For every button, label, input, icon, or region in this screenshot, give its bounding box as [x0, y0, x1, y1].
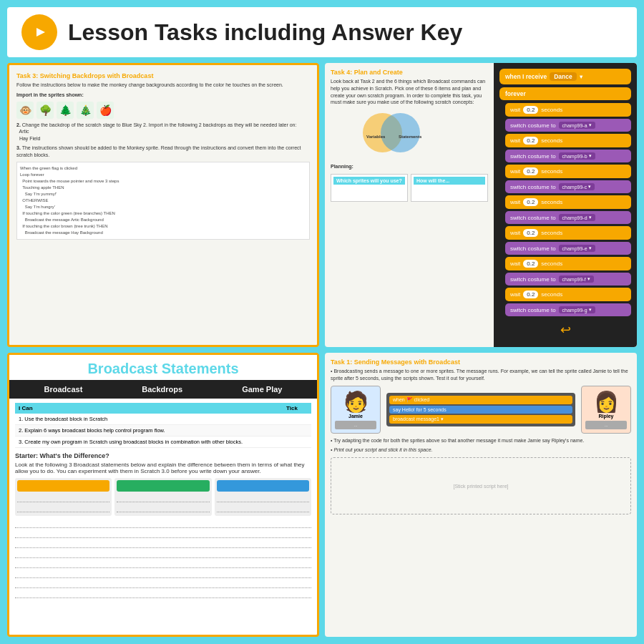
wait-label-2: wait	[510, 137, 520, 144]
task3-sprite-step: Import in the sprites shown:	[16, 92, 310, 99]
header-icon	[21, 14, 57, 50]
broadcast-block: broadcast message1 ▾	[389, 415, 572, 424]
seconds-label-7: seconds	[541, 291, 562, 298]
sprite-monkey: 🐵	[16, 102, 34, 119]
costume-block-g: switch costume to champ99-g ▾	[505, 303, 631, 316]
print-space: [Stick printed script here]	[331, 457, 631, 514]
costume-value-f: champ99-f ▾	[559, 275, 594, 283]
wait-value-2: 0.2	[523, 137, 538, 145]
wait-block-5: wait 0.2 seconds	[505, 226, 631, 240]
table-row: 1. Use the broadcast block in Scratch	[15, 414, 311, 425]
tab-backdrops[interactable]: Backdrops	[133, 383, 191, 396]
costume-value-d: champ99-d ▾	[559, 214, 595, 221]
task1-bullet3: • Print out your script and stick it in …	[331, 447, 631, 454]
line	[217, 494, 309, 502]
tick-cell-3	[283, 436, 311, 448]
speech-bubble-jamie: ...	[335, 421, 376, 429]
wait-block-6: wait 0.2 seconds	[505, 257, 631, 270]
line	[117, 504, 209, 512]
line	[117, 494, 209, 502]
sprite-demo-area: 🧑 Jamie ... when 🚩 clicked say Hello! fo…	[331, 386, 631, 434]
costume-value-g: champ99-g ▾	[559, 306, 595, 313]
task1-bullet1: • Broadcasting sends a message to one or…	[331, 368, 631, 382]
i-can-item-2: 2. Explain 6 ways broadcast blocks help …	[15, 425, 283, 436]
costume-block-f: switch costume to champ99-f ▾	[505, 273, 631, 286]
bc-header-1	[17, 480, 109, 492]
task3-title: Task 3: Switching Backdrops with Broadca…	[16, 72, 310, 79]
wait-block-7: wait 0.2 seconds	[505, 288, 631, 301]
task4-planning-label: Planning:	[331, 163, 488, 170]
script-block-mini: when 🚩 clicked say Hello! for 5 seconds …	[386, 393, 575, 426]
bc-col-1	[15, 478, 112, 516]
answer-line	[15, 570, 311, 578]
seconds-label-6: seconds	[541, 260, 562, 267]
seconds-label-1: seconds	[541, 107, 562, 113]
wait-label-5: wait	[510, 230, 520, 236]
dance-value: Dance	[550, 72, 577, 81]
answer-lines	[15, 519, 311, 598]
broadcast-tabs: Broadcast Backdrops Game Play	[9, 380, 317, 399]
when-receive-label: when I receive	[505, 73, 547, 80]
speech-bubble-ripley: ...	[585, 421, 627, 429]
scratch-blocks-panel: when I receive Dance ▾ forever wait 0.2 …	[494, 63, 637, 347]
table-row: 3. Create my own program in Scratch usin…	[15, 436, 311, 448]
script-mini-area: when 🚩 clicked say Hello! for 5 seconds …	[386, 386, 575, 434]
costume-label-b: switch costume to	[510, 153, 556, 160]
costume-value-c: champ99-c ▾	[559, 183, 595, 190]
wait-value-6: 0.2	[523, 260, 538, 268]
tab-gameplay[interactable]: Game Play	[233, 383, 291, 396]
i-can-item-1: 1. Use the broadcast block in Scratch	[15, 414, 283, 425]
planning-cell-2: How will the...	[411, 174, 488, 202]
wait-label-1: wait	[510, 107, 520, 113]
wait-value-3: 0.2	[523, 167, 538, 175]
task3-code-box: When the green flag is clicked Loop fore…	[16, 162, 310, 240]
tab-broadcast[interactable]: Broadcast	[36, 383, 92, 396]
broadcast-comparison	[15, 478, 311, 516]
answer-line	[15, 519, 311, 528]
i-can-item-3: 3. Create my own program in Scratch usin…	[15, 436, 283, 448]
costume-label-c: switch costume to	[510, 184, 556, 190]
content-area: Task 3: Switching Backdrops with Broadca…	[7, 63, 637, 637]
answer-line	[15, 530, 311, 538]
sprite-tree3: 🎄	[77, 102, 94, 119]
wait-label-4: wait	[510, 199, 520, 205]
seconds-label-2: seconds	[541, 137, 562, 144]
bc-header-3	[217, 480, 309, 492]
wait-label-3: wait	[510, 168, 520, 175]
when-flag-block: when 🚩 clicked	[389, 396, 572, 404]
costume-value-e: champ99-e ▾	[559, 245, 595, 252]
line	[17, 504, 109, 512]
sprite-name-ripley: Ripley	[585, 414, 627, 419]
costume-block-c: switch costume to champ99-c ▾	[505, 180, 631, 193]
seconds-label-3: seconds	[541, 168, 562, 175]
planning-grid: Which sprites will you use? How will the…	[331, 174, 488, 202]
answer-line	[15, 590, 311, 598]
forever-block: forever	[499, 87, 631, 100]
line	[217, 504, 309, 512]
card-task4: Task 4: Plan and Create Look back at Tas…	[325, 63, 637, 347]
task3-sprites: 🐵 🌳 🌲 🎄 🍎	[16, 102, 310, 119]
wait-value-4: 0.2	[523, 198, 538, 206]
costume-label-e: switch costume to	[510, 245, 556, 252]
costume-value-b: champ99-b ▾	[559, 152, 595, 160]
costume-label-g: switch costume to	[510, 307, 556, 313]
tick-cell-2	[283, 425, 311, 436]
i-can-col-header: I Can	[15, 403, 283, 414]
seconds-label-4: seconds	[541, 199, 562, 205]
sprite-card-jamie: 🧑 Jamie ...	[331, 386, 381, 434]
wait-block-2: wait 0.2 seconds	[505, 134, 631, 147]
wait-block-1: wait 0.2 seconds	[505, 103, 631, 117]
sprite-tree2: 🌲	[57, 102, 74, 119]
starter-title: Starter: What's the Difference?	[15, 452, 311, 459]
line	[17, 494, 109, 502]
costume-label-a: switch costume to	[510, 122, 556, 129]
sprite-name-jamie: Jamie	[335, 414, 376, 419]
card-task3: Task 3: Switching Backdrops with Broadca…	[7, 63, 319, 347]
answer-line	[15, 550, 311, 558]
wait-value-1: 0.2	[523, 106, 538, 114]
page-header: Lesson Tasks including Answer Key	[7, 7, 637, 57]
task1-title: Task 1: Sending Messages with Broadcast	[331, 358, 631, 366]
answer-line	[15, 540, 311, 548]
sprite-emoji-ripley: 👩	[585, 390, 627, 414]
curly-arrow-icon: ↩	[499, 322, 631, 338]
